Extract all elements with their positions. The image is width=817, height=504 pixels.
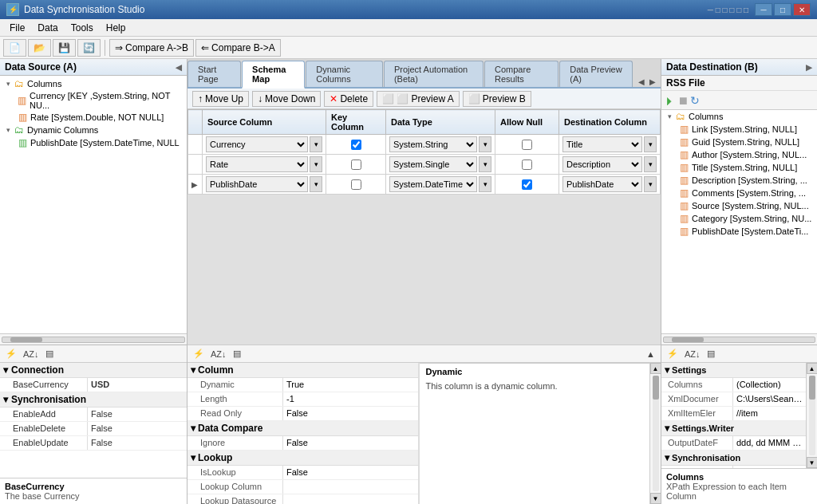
close-button[interactable]: ✕ (793, 3, 811, 16)
key-col-checkbox-container[interactable] (330, 179, 382, 190)
prop-value[interactable]: USD (88, 378, 187, 392)
delete-button[interactable]: ✕ Delete (324, 91, 373, 107)
props-az-btn[interactable]: AZ↓ (21, 348, 41, 360)
left-hscroll[interactable] (0, 333, 187, 345)
tab-dynamic-columns[interactable]: Dynamic Columns (306, 61, 383, 87)
right-start-icon[interactable]: ⏵ (665, 94, 676, 107)
allow-null-checkbox-container[interactable] (499, 179, 555, 190)
vscroll-track[interactable] (809, 376, 815, 455)
tree-item[interactable]: ▥ Category [System.String, NU... (661, 212, 817, 225)
allow-null-cell[interactable] (495, 155, 559, 175)
right-panel-pin[interactable]: ▶ (806, 63, 812, 72)
tab-schema-map[interactable]: Schema Map (242, 61, 305, 89)
allow-null-checkbox[interactable] (522, 140, 532, 150)
data-type-select[interactable]: System.DateTime ▾ (389, 176, 491, 192)
source-col-select[interactable]: Currency ▾ (206, 136, 322, 152)
menu-data[interactable]: Data (31, 21, 64, 35)
vscroll-down[interactable]: ▼ (650, 493, 661, 504)
left-panel-pin[interactable]: ◀ (176, 63, 182, 72)
allow-null-cell[interactable] (495, 175, 559, 195)
key-col-checkbox[interactable] (351, 179, 361, 190)
minimize-button[interactable]: ─ (755, 3, 772, 16)
data-type-select[interactable]: System.String ▾ (389, 136, 491, 152)
right-vscroll[interactable]: ▲ ▼ (806, 363, 817, 468)
data-type-dropdown[interactable]: System.String (389, 136, 477, 152)
rb-sort-btn[interactable]: ⚡ (665, 348, 681, 360)
key-col-checkbox[interactable] (351, 159, 361, 170)
dest-col-cell[interactable]: Title ▾ (559, 135, 661, 155)
move-down-button[interactable]: ↓ Move Down (252, 91, 321, 107)
rp-value[interactable]: ddd, dd MMM yy... (733, 436, 806, 450)
dest-col-cell[interactable]: PublishDate ▾ (559, 175, 661, 195)
tree-item[interactable]: ▥ Author [System.String, NUL... (661, 148, 817, 161)
dest-col-btn[interactable]: ▾ (644, 156, 657, 172)
key-col-cell[interactable] (326, 155, 386, 175)
props-group-btn[interactable]: ▤ (43, 348, 56, 360)
allow-null-checkbox-container[interactable] (499, 140, 555, 150)
dest-col-dropdown[interactable]: Title (562, 136, 642, 152)
menu-tools[interactable]: Tools (65, 21, 100, 35)
rp-value[interactable]: //item (733, 407, 806, 420)
hscroll-thumb[interactable] (672, 337, 704, 342)
tabs-end-controls[interactable]: ◀ ▶ (633, 77, 661, 87)
preview-b-button[interactable]: ⬜ Preview B (463, 91, 531, 107)
dest-col-btn[interactable]: ▾ (644, 176, 657, 192)
source-col-dropdown[interactable]: Currency (206, 136, 308, 152)
bp-value[interactable]: True (283, 378, 418, 392)
move-up-button[interactable]: ↑ Move Up (192, 91, 249, 107)
right-hscroll[interactable] (661, 333, 817, 345)
vscroll-down[interactable]: ▼ (807, 457, 818, 468)
source-col-cell[interactable]: PublishDate ▾ (203, 175, 326, 195)
dest-col-dropdown[interactable]: Description (562, 156, 642, 172)
tree-item[interactable]: ▥ Source [System.String, NUL... (661, 199, 817, 212)
hscroll-track[interactable] (663, 337, 815, 343)
bottom-center-vscroll[interactable]: ▲ ▼ (649, 363, 661, 504)
tree-item[interactable]: ▥ Link [System.String, NULL] (661, 123, 817, 136)
source-col-dropdown[interactable]: Rate (206, 156, 308, 172)
bc-az-btn[interactable]: AZ↓ (208, 348, 229, 360)
prop-value[interactable]: False (88, 422, 187, 435)
tree-item[interactable]: ▥ PublishDate [System.DateTime, NULL (0, 136, 187, 149)
allow-null-checkbox-container[interactable] (499, 159, 555, 170)
bc-group-btn[interactable]: ▤ (231, 348, 243, 360)
right-tree-area[interactable]: ▾ 🗂 Columns ▥ Link [System.String, NULL]… (661, 110, 817, 333)
source-col-btn[interactable]: ▾ (310, 176, 322, 192)
vscroll-thumb[interactable] (653, 376, 659, 400)
bp-value[interactable]: False (283, 466, 418, 479)
allow-null-cell[interactable] (495, 135, 559, 155)
prop-value[interactable]: False (88, 436, 187, 450)
vscroll-up[interactable]: ▲ (807, 363, 818, 374)
restore-button[interactable]: □ (774, 3, 791, 16)
source-col-select[interactable]: PublishDate ▾ (206, 176, 322, 192)
left-tree-area[interactable]: ▾ 🗂 Columns ▥ Currency [KEY ,System.Stri… (0, 76, 187, 333)
dest-col-dropdown[interactable]: PublishDate (562, 176, 642, 192)
menu-help[interactable]: Help (100, 21, 132, 35)
tab-scroll-left[interactable]: ◀ (637, 77, 646, 87)
hscroll-thumb[interactable] (10, 337, 42, 342)
rb-az-btn[interactable]: AZ↓ (682, 348, 703, 360)
right-refresh-icon[interactable]: ↻ (690, 94, 700, 107)
toolbar-refresh-btn[interactable]: 🔄 (77, 39, 101, 57)
hscroll-track[interactable] (2, 337, 185, 343)
data-type-btn[interactable]: ▾ (479, 136, 491, 152)
rp-value[interactable]: (Collection) (733, 378, 806, 392)
data-type-cell[interactable]: System.Single ▾ (386, 155, 495, 175)
bp-value[interactable]: False (283, 407, 418, 420)
tree-item[interactable]: ▥ PublishDate [System.DateTi... (661, 225, 817, 238)
data-type-select[interactable]: System.Single ▾ (389, 156, 491, 172)
tree-item[interactable]: ▥ Description [System.String, ... (661, 174, 817, 187)
source-col-cell[interactable]: Currency ▾ (203, 135, 326, 155)
source-col-cell[interactable]: Rate ▾ (203, 155, 326, 175)
tab-start-page[interactable]: Start Page (187, 61, 241, 87)
tree-item[interactable]: ▾ 🗂 Columns (0, 77, 187, 90)
source-col-btn[interactable]: ▾ (310, 136, 322, 152)
dest-col-cell[interactable]: Description ▾ (559, 155, 661, 175)
window-controls[interactable]: ─ □ ✕ (755, 3, 811, 16)
data-type-cell[interactable]: System.String ▾ (386, 135, 495, 155)
toolbar-save-btn[interactable]: 💾 (53, 39, 76, 57)
dest-col-select[interactable]: Description ▾ (562, 156, 657, 172)
prop-value[interactable]: False (88, 408, 187, 421)
tree-item[interactable]: ▥ Currency [KEY ,System.String, NOT NU..… (0, 90, 187, 111)
source-col-select[interactable]: Rate ▾ (206, 156, 322, 172)
dest-col-btn[interactable]: ▾ (644, 136, 657, 152)
